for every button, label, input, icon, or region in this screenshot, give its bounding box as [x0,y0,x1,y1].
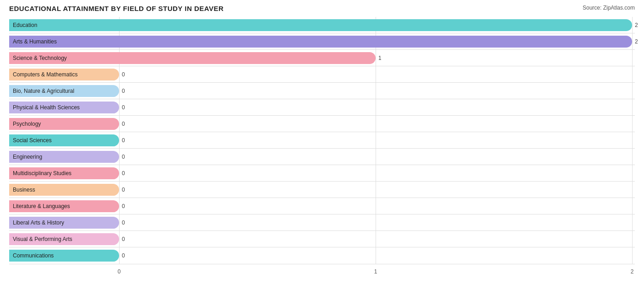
bar-label: Literature & Languages [9,200,119,212]
chart-row: Education2 [9,17,635,33]
bar-label: Education [9,19,632,31]
chart-row: Arts & Humanities2 [9,33,635,50]
bar-value: 2 [635,22,638,28]
bar-value: 0 [122,121,125,127]
bar-label: Physical & Health Sciences [9,102,119,113]
bar-label: Multidisciplinary Studies [9,167,119,179]
chart-title: EDUCATIONAL ATTAINMENT BY FIELD OF STUDY… [9,5,224,12]
chart-row: Business0 [9,182,635,198]
bar-value: 0 [122,137,125,144]
bar-label: Arts & Humanities [9,36,632,48]
bar-label: Communications [9,250,119,262]
grid-line [376,17,376,264]
bar-label: Science & Technology [9,52,376,64]
bar-value: 1 [378,55,382,61]
bar-label: Bio, Nature & Agricultural [9,85,119,97]
chart-row: Liberal Arts & History0 [9,214,635,231]
bar-label: Engineering [9,151,119,163]
bar-value: 0 [122,88,125,94]
bar-label: Computers & Mathematics [9,69,119,80]
chart-row: Engineering0 [9,149,635,165]
bar-value: 0 [122,203,125,209]
bar-value: 0 [122,219,125,226]
chart-row: Communications0 [9,247,635,264]
chart-row: Physical & Health Sciences0 [9,99,635,116]
bar-label: Liberal Arts & History [9,217,119,229]
chart-row: Social Sciences0 [9,132,635,149]
bar-value: 0 [122,252,125,259]
bar-value: 2 [635,38,638,45]
chart-row: Science & Technology1 [9,50,635,66]
bar-value: 0 [122,187,125,193]
chart-row: Computers & Mathematics0 [9,66,635,83]
bar-value: 0 [122,71,125,78]
chart-row: Visual & Performing Arts0 [9,231,635,247]
page-container: EDUCATIONAL ATTAINMENT BY FIELD OF STUDY… [9,5,635,277]
bar-label: Business [9,184,119,196]
bar-value: 0 [122,170,125,177]
bar-value: 0 [122,104,125,111]
chart-row: Bio, Nature & Agricultural0 [9,83,635,99]
bar-value: 0 [122,154,125,160]
source-label: Source: ZipAtlas.com [583,5,635,11]
grid-line [632,17,633,264]
bar-label: Visual & Performing Arts [9,233,119,245]
bar-label: Psychology [9,118,119,130]
bar-label: Social Sciences [9,134,119,146]
bar-value: 0 [122,236,125,242]
x-axis-tick: 1 [374,268,377,275]
x-axis-tick: 0 [118,268,121,275]
chart-row: Psychology0 [9,116,635,132]
chart-area: Education2Arts & Humanities2Science & Te… [9,17,635,277]
chart-row: Literature & Languages0 [9,198,635,214]
chart-row: Multidisciplinary Studies0 [9,165,635,182]
x-axis-tick: 2 [631,268,634,275]
